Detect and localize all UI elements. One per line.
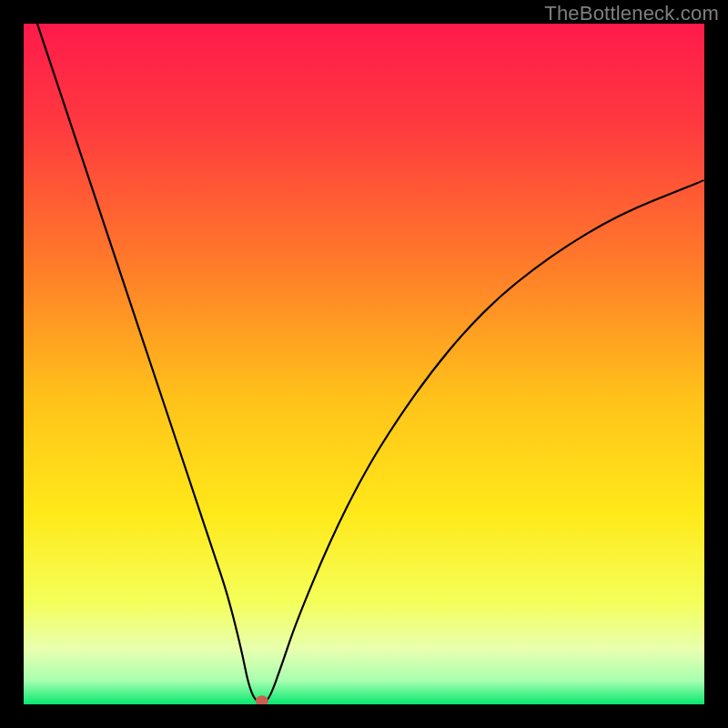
watermark-text: TheBottleneck.com [544,2,719,25]
gradient-background [24,24,704,704]
bottleneck-chart [24,24,704,704]
chart-container: TheBottleneck.com [0,0,728,728]
plot-area [24,24,704,704]
